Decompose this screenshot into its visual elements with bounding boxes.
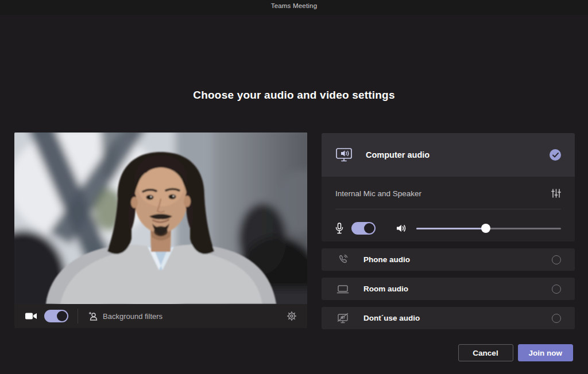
divider (335, 209, 561, 209)
volume-slider[interactable] (416, 224, 561, 233)
no-audio-option[interactable]: Dont´use audio (322, 307, 575, 329)
speaker-icon (396, 224, 407, 233)
computer-audio-icon (335, 147, 353, 162)
audio-settings-panel: Computer audio Internal Mic and Speaker (322, 133, 575, 329)
camera-preview (14, 133, 307, 304)
camera-toggle[interactable] (44, 310, 68, 322)
phone-audio-label: Phone audio (363, 255, 410, 264)
footer-actions: Cancel Join now (458, 344, 574, 361)
join-now-button[interactable]: Join now (518, 344, 574, 361)
equalizer-icon[interactable] (551, 189, 561, 198)
camera-toggle-knob (57, 311, 67, 321)
video-controls-bar: Background filters (14, 304, 307, 328)
cancel-button[interactable]: Cancel (458, 344, 513, 361)
background-filters-label[interactable]: Background filters (103, 312, 163, 321)
background-filters-icon (87, 311, 98, 321)
device-settings-section: Internal Mic and Speaker (322, 177, 575, 241)
mic-toggle[interactable] (351, 222, 376, 235)
no-audio-radio[interactable] (552, 314, 561, 323)
gear-icon[interactable] (287, 311, 297, 321)
page-title: Choose your audio and video settings (0, 89, 588, 102)
no-audio-label: Dont´use audio (363, 314, 420, 322)
mic-toggle-knob (364, 223, 374, 233)
no-audio-icon (335, 313, 350, 324)
computer-audio-card: Computer audio Internal Mic and Speaker (322, 133, 575, 241)
webcam-person-image (14, 133, 307, 304)
mic-icon (335, 223, 343, 234)
divider (78, 309, 78, 324)
phone-audio-option[interactable]: Phone audio (322, 248, 575, 271)
room-audio-option[interactable]: Room audio (322, 278, 575, 300)
computer-audio-label: Computer audio (366, 150, 430, 159)
phone-audio-radio[interactable] (552, 255, 561, 264)
room-icon (335, 284, 350, 294)
computer-audio-option[interactable]: Computer audio (322, 133, 575, 177)
selected-check-icon (550, 149, 561, 161)
window-titlebar: Teams Meeting (0, 0, 588, 15)
audio-device-name: Internal Mic and Speaker (335, 189, 421, 198)
phone-icon (335, 254, 350, 266)
video-preview-card: Background filters (14, 133, 307, 328)
volume-slider-fill (416, 228, 486, 229)
volume-slider-knob[interactable] (481, 224, 490, 233)
room-audio-label: Room audio (363, 285, 408, 293)
camera-icon (25, 311, 37, 321)
window-title: Teams Meeting (271, 2, 318, 9)
room-audio-radio[interactable] (552, 285, 561, 294)
